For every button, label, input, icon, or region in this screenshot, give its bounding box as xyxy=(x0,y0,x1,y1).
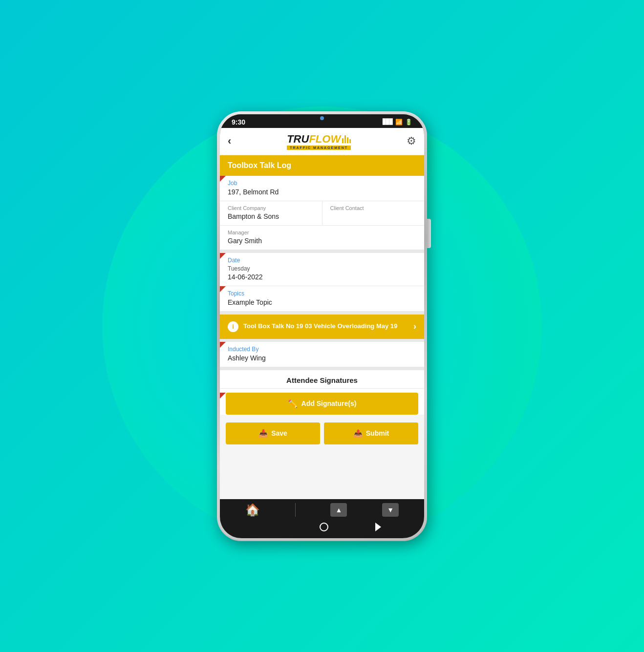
save-icon: 📥 xyxy=(258,429,268,438)
submit-icon: 📤 xyxy=(353,429,363,438)
toolbox-talk-banner[interactable]: i Tool Box Talk No 19 03 Vehicle Overloa… xyxy=(220,315,424,339)
manager-value: Gary Smith xyxy=(228,237,416,245)
submit-button[interactable]: 📤 Submit xyxy=(324,422,418,444)
action-buttons: 📥 Save 📤 Submit xyxy=(220,419,424,449)
screen: ‹ TRU FL ​ OW xyxy=(220,128,424,538)
job-section: Job 197, Belmont Rd xyxy=(220,176,424,201)
chevron-right-icon: › xyxy=(413,321,416,332)
phone-mockup: 9:30 ▊▊▊ 📶 🔋 ‹ TRU FL ​ xyxy=(217,111,427,541)
manager-label: Manager xyxy=(228,230,416,235)
camera-dot xyxy=(320,116,324,120)
required-marker-date xyxy=(220,253,226,259)
job-value: 197, Belmont Rd xyxy=(228,188,416,196)
client-company-label: Client Company xyxy=(228,205,314,211)
android-nav xyxy=(220,519,424,538)
inducted-by-section: Inducted By Ashley Wing xyxy=(220,342,424,367)
toolbox-talk-text: Tool Box Talk No 19 03 Vehicle Overloadi… xyxy=(243,322,397,331)
down-arrow-icon: ▼ xyxy=(387,506,394,514)
content-scroll[interactable]: Job 197, Belmont Rd Client Company Bampt… xyxy=(220,176,424,499)
home-icon[interactable]: 🏠 xyxy=(245,503,260,517)
topics-section: Topics Example Topic xyxy=(220,286,424,312)
phone-outer-shell: 9:30 ▊▊▊ 📶 🔋 ‹ TRU FL ​ xyxy=(217,111,427,541)
client-contact-label: Client Contact xyxy=(330,205,417,211)
client-row: Client Company Bampton & Sons Client Con… xyxy=(220,201,424,226)
logo-flow-lines: OW xyxy=(322,133,351,146)
date-field: Date Tuesday 14-06-2022 xyxy=(220,253,424,286)
phone-inner: 9:30 ▊▊▊ 📶 🔋 ‹ TRU FL ​ xyxy=(220,114,424,538)
date-section: Date Tuesday 14-06-2022 xyxy=(220,253,424,286)
app-header: ‹ TRU FL ​ OW xyxy=(220,128,424,155)
submit-label: Submit xyxy=(366,429,389,437)
home-nav-icon[interactable] xyxy=(320,523,328,531)
topics-value: Example Topic xyxy=(228,298,416,306)
bar1 xyxy=(342,138,343,143)
logo-row: TRU FL ​ OW xyxy=(287,133,351,146)
required-marker-attendee xyxy=(220,393,226,399)
bar3 xyxy=(347,137,348,143)
topics-label: Topics xyxy=(228,290,416,297)
status-time: 9:30 xyxy=(232,118,245,126)
job-field: Job 197, Belmont Rd xyxy=(220,176,424,201)
add-signature-label: Add Signature(s) xyxy=(301,400,357,407)
bar2 xyxy=(344,135,346,143)
status-icons: ▊▊▊ 📶 🔋 xyxy=(383,119,412,126)
bottom-toolbar: 🏠 ▲ ▼ xyxy=(220,499,424,519)
save-label: Save xyxy=(271,429,287,437)
gear-icon[interactable]: ⚙ xyxy=(407,135,416,147)
client-company-field: Client Company Bampton & Sons xyxy=(220,201,322,225)
inducted-by-label: Inducted By xyxy=(228,346,416,353)
battery-icon: 🔋 xyxy=(405,119,412,126)
wifi-icon: 📶 xyxy=(395,119,403,126)
client-contact-field: Client Contact xyxy=(322,201,425,225)
page-title: Toolbox Talk Log xyxy=(228,161,291,169)
required-marker-topics xyxy=(220,286,226,292)
inducted-by-value: Ashley Wing xyxy=(228,354,416,362)
nav-divider xyxy=(295,503,296,517)
manager-field: Manager Gary Smith xyxy=(220,226,424,250)
date-label: Date xyxy=(228,257,416,264)
add-signature-button[interactable]: ✏️ Add Signature(s) xyxy=(226,393,418,415)
job-label: Job xyxy=(228,180,416,187)
logo-fl: FL xyxy=(309,133,322,146)
attendee-signatures-label: Attendee Signatures xyxy=(286,376,358,384)
required-marker-job xyxy=(220,176,226,182)
up-arrow-icon: ▲ xyxy=(335,506,342,514)
toolbox-talk-left: i Tool Box Talk No 19 03 Vehicle Overloa… xyxy=(228,321,413,332)
inducted-by-field: Inducted By Ashley Wing xyxy=(220,342,424,367)
topics-field: Topics Example Topic xyxy=(220,286,424,311)
attendee-header: Attendee Signatures xyxy=(220,370,424,389)
scroll-down-button[interactable]: ▼ xyxy=(382,503,399,517)
page-title-bar: Toolbox Talk Log xyxy=(220,155,424,176)
required-marker-inducted xyxy=(220,342,226,348)
date-day: Tuesday xyxy=(228,265,416,272)
scroll-up-button[interactable]: ▲ xyxy=(330,503,347,517)
logo-tru: TRU xyxy=(287,133,309,146)
logo-flow-text: OW xyxy=(322,133,341,146)
bar4 xyxy=(349,139,351,143)
back-button[interactable]: ‹ xyxy=(228,135,231,147)
recents-nav-icon[interactable] xyxy=(375,523,381,531)
pencil-icon: ✏️ xyxy=(288,399,298,408)
signal-icon: ▊▊▊ xyxy=(383,119,393,125)
logo-subtitle: TRAFFIC MANAGEMENT xyxy=(287,146,351,150)
attendee-section: Attendee Signatures ✏️ Add Signature(s) xyxy=(220,370,424,415)
status-bar: 9:30 ▊▊▊ 📶 🔋 xyxy=(220,114,424,128)
flow-bars xyxy=(342,135,351,143)
logo: TRU FL ​ OW xyxy=(287,133,351,150)
save-button[interactable]: 📥 Save xyxy=(226,422,320,444)
date-value: 14-06-2022 xyxy=(228,273,416,281)
info-icon: i xyxy=(228,321,238,332)
attendee-marker-row: ✏️ Add Signature(s) xyxy=(220,393,424,415)
client-company-value: Bampton & Sons xyxy=(228,212,314,220)
